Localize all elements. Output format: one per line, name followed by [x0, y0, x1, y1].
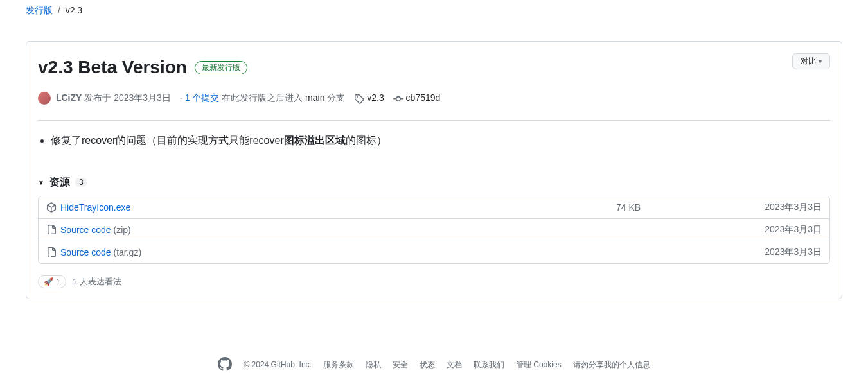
published-date: 2023年3月3日: [114, 92, 171, 103]
commits-link[interactable]: 1 个提交: [185, 92, 220, 103]
footer: © 2024 GitHub, Inc. 服务条款 隐私 安全 状态 文档 联系我…: [0, 357, 868, 373]
commits-block: 1 个提交 在此发行版之后进入 main 分支: [180, 92, 346, 104]
release-box: 对比 ▾ v2.3 Beta Version 最新发行版 LCiZY 发布于 2…: [26, 41, 842, 299]
breadcrumb-sep: /: [58, 5, 60, 15]
tag-block[interactable]: v2.3: [354, 92, 384, 103]
reaction-count: 1: [56, 277, 60, 286]
footer-link[interactable]: 服务条款: [323, 360, 354, 370]
compare-button[interactable]: 对比 ▾: [792, 53, 830, 69]
release-body: 修复了recover的问题（目前的实现方式只能recover图标溢出区域的图标）: [38, 121, 830, 158]
footer-link[interactable]: 联系我们: [474, 360, 504, 370]
release-title: v2.3 Beta Version: [38, 57, 187, 78]
asset-size: 74 KB: [616, 202, 719, 213]
footer-copyright: © 2024 GitHub, Inc.: [244, 360, 312, 369]
reaction-rocket[interactable]: 🚀 1: [38, 275, 66, 288]
tag-name: v2.3: [367, 92, 384, 103]
asset-link[interactable]: Source code (zip): [60, 225, 131, 235]
note-bold: 图标溢出区域: [284, 135, 346, 146]
commit-icon: [393, 94, 403, 104]
avatar[interactable]: [38, 92, 51, 105]
footer-link[interactable]: 文档: [447, 360, 462, 370]
commits-suffix-2: 分支: [327, 92, 345, 103]
published-prefix: 发布于: [84, 92, 111, 103]
footer-link[interactable]: 安全: [393, 360, 408, 370]
release-meta: LCiZY 发布于 2023年3月3日 1 个提交 在此发行版之后进入 main…: [38, 92, 830, 105]
commit-sha: cb7519d: [406, 92, 441, 103]
release-note-item: 修复了recover的问题（目前的实现方式只能recover图标溢出区域的图标）: [51, 132, 830, 149]
footer-link[interactable]: 状态: [420, 360, 435, 370]
rocket-icon: 🚀: [44, 277, 53, 286]
asset-row: HideTrayIcon.exe 74 KB 2023年3月3日: [39, 196, 829, 218]
asset-date: 2023年3月3日: [719, 224, 822, 236]
author-block: LCiZY 发布于 2023年3月3日: [38, 92, 171, 105]
commits-suffix-1: 在此发行版之后进入: [222, 92, 303, 103]
github-icon[interactable]: [218, 357, 232, 373]
reaction-summary: 1 人表达看法: [73, 276, 121, 288]
caret-down-icon: ▼: [38, 179, 44, 186]
commit-block[interactable]: cb7519d: [393, 92, 441, 103]
footer-link[interactable]: 管理 Cookies: [516, 360, 562, 370]
asset-link[interactable]: Source code (tar.gz): [60, 247, 141, 257]
assets-label: 资源: [49, 176, 70, 189]
zip-icon: [46, 225, 57, 235]
latest-release-badge: 最新发行版: [195, 61, 247, 74]
breadcrumb-current: v2.3: [66, 5, 82, 15]
breadcrumb-root-link[interactable]: 发行版: [26, 5, 53, 15]
assets-table: HideTrayIcon.exe 74 KB 2023年3月3日 Source …: [38, 196, 830, 264]
zip-icon: [46, 247, 57, 257]
note-post: 的图标）: [346, 135, 387, 146]
footer-link[interactable]: 隐私: [366, 360, 381, 370]
assets-count-badge: 3: [75, 178, 87, 187]
branch-name: main: [305, 92, 324, 103]
package-icon: [46, 202, 57, 213]
release-header: v2.3 Beta Version 最新发行版: [38, 52, 830, 83]
asset-date: 2023年3月3日: [719, 202, 822, 213]
asset-date: 2023年3月3日: [719, 247, 822, 258]
footer-link[interactable]: 请勿分享我的个人信息: [573, 360, 650, 370]
reactions-bar: 🚀 1 1 人表达看法: [38, 275, 830, 288]
assets-toggle[interactable]: ▼ 资源 3: [38, 176, 830, 189]
asset-row: Source code (tar.gz) 2023年3月3日: [39, 241, 829, 263]
author-name[interactable]: LCiZY: [56, 92, 82, 103]
asset-row: Source code (zip) 2023年3月3日: [39, 218, 829, 241]
note-pre: 修复了recover的问题（目前的实现方式只能recover: [51, 135, 284, 146]
chevron-down-icon: ▾: [819, 58, 822, 65]
breadcrumb: 发行版 / v2.3: [0, 0, 868, 22]
asset-link[interactable]: HideTrayIcon.exe: [60, 202, 130, 213]
tag-icon: [354, 94, 364, 104]
compare-label: 对比: [801, 56, 816, 67]
